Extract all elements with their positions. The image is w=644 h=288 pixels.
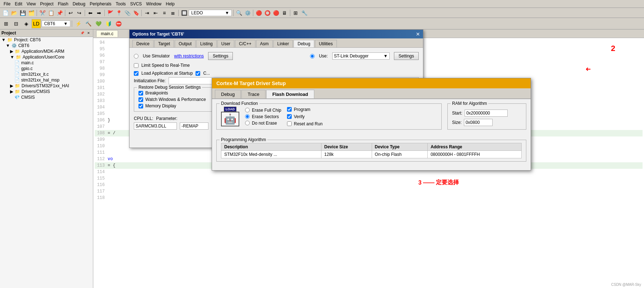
nav-fwd-btn[interactable]: ➡	[95, 9, 103, 17]
tab-linker[interactable]: Linker	[273, 40, 293, 47]
tb2-btn2[interactable]: ⊟	[11, 19, 21, 28]
erase-full-chip-radio[interactable]	[245, 108, 250, 112]
tb2-flash-btn[interactable]: 💚	[94, 19, 103, 28]
watch-check[interactable]	[138, 97, 143, 102]
tab-user[interactable]: User	[217, 40, 234, 47]
save-all-btn[interactable]: 🗂️	[27, 9, 35, 17]
erase-sectors-radio[interactable]	[245, 114, 250, 119]
simulator-settings-btn[interactable]: Settings	[208, 52, 233, 60]
grid-btn[interactable]: ⊞	[292, 9, 300, 17]
redo-btn[interactable]: ↪	[75, 9, 83, 17]
sidebar-pin-btn[interactable]: 📌	[79, 30, 85, 36]
format2-btn[interactable]: ≣	[169, 9, 177, 17]
tab-output[interactable]: Output	[175, 40, 196, 47]
nav-back-btn[interactable]: ⬅	[86, 9, 94, 17]
tree-project[interactable]: ▼ 📁 Project: CBT6	[0, 37, 93, 43]
circle-btn[interactable]: ⭕	[263, 9, 271, 17]
bookmark1-btn[interactable]: 🚩	[106, 9, 114, 17]
menu-file[interactable]: File	[1, 1, 13, 7]
do-not-erase-radio[interactable]	[245, 121, 250, 125]
menu-edit[interactable]: Edit	[13, 1, 24, 7]
reset-run-check[interactable]	[287, 121, 292, 126]
memory-check[interactable]	[138, 104, 143, 108]
tree-mdk-arm[interactable]: ▶ 📁 Application/MDK-ARM	[0, 48, 93, 54]
start-input[interactable]	[465, 110, 508, 117]
ledo-icon[interactable]: 🔲	[180, 9, 188, 17]
record-btn[interactable]: 🔴	[255, 9, 263, 17]
menu-flash[interactable]: Flash	[56, 1, 70, 7]
debugger-settings-btn[interactable]: Settings	[394, 52, 419, 60]
open-btn[interactable]: 📂	[10, 9, 18, 17]
tree-user-core[interactable]: ▼ 📁 Application/User/Core	[0, 54, 93, 60]
tb2-btn3[interactable]: ◈	[22, 19, 31, 28]
search-btn[interactable]: 🔍	[235, 9, 243, 17]
tree-cbt6[interactable]: ▼ ⚙️ CBT6	[0, 43, 93, 48]
tab-device[interactable]: Device	[132, 40, 154, 47]
ledo-dropdown[interactable]: LEDO ▼	[189, 10, 232, 16]
tab-target[interactable]: Target	[154, 40, 174, 47]
limit-speed-check[interactable]	[134, 63, 138, 68]
tb2-debug-btn[interactable]: ⚡	[74, 19, 83, 28]
cortex-tab-debug[interactable]: Debug	[215, 90, 241, 98]
use-debugger-radio[interactable]	[310, 54, 315, 59]
tab-cpp[interactable]: C/C++	[235, 40, 255, 47]
cortex-tab-trace[interactable]: Trace	[241, 90, 265, 98]
load-btn[interactable]: LD	[32, 19, 41, 28]
tb2-run-btn[interactable]: 🔰	[104, 19, 113, 28]
menu-svcs[interactable]: SVCS	[128, 1, 144, 7]
tb2-build-btn[interactable]: 🔨	[84, 19, 93, 28]
tb2-btn1[interactable]: ⊞	[1, 19, 11, 28]
program-check[interactable]	[287, 107, 292, 112]
debugger-dropdown[interactable]: ST-Link Debugger ▼	[332, 52, 390, 60]
tree-hal-msp[interactable]: 📄 stm32f1xx_hal_msp	[0, 77, 93, 83]
size-input[interactable]	[464, 119, 493, 126]
target-dropdown[interactable]: CBT6 ▼	[42, 20, 70, 27]
tree-drivers-cmsis[interactable]: ▶ 📁 Drivers/CMSIS	[0, 89, 93, 94]
menu-view[interactable]: View	[24, 1, 38, 7]
menu-help[interactable]: Help	[164, 1, 177, 7]
cpu-dll-input[interactable]	[134, 122, 177, 130]
tab-utilities[interactable]: Utilities	[315, 40, 337, 47]
code-tab-main[interactable]: main.c	[96, 30, 118, 37]
menu-project[interactable]: Project	[38, 1, 56, 7]
cut-btn[interactable]: ✂️	[38, 9, 46, 17]
breakpoints-check[interactable]	[138, 91, 143, 96]
undo-btn[interactable]: ↩	[67, 9, 75, 17]
tab-listing[interactable]: Listing	[196, 40, 217, 47]
tree-stm32-it[interactable]: 📄 stm32f1xx_it.c	[0, 71, 93, 77]
new-file-btn[interactable]: 📄	[1, 9, 9, 17]
with-restrictions-link[interactable]: with restrictions	[174, 54, 204, 59]
tree-cmsis[interactable]: 💎 CMSIS	[0, 94, 93, 100]
menu-tools[interactable]: Tools	[114, 1, 128, 7]
tree-drivers-stm32[interactable]: ▶ 📁 Drivers/STM32F1xx_HAI	[0, 83, 93, 89]
wrench-btn[interactable]: 🔧	[300, 9, 308, 17]
paste-btn[interactable]: 📌	[56, 9, 64, 17]
menu-debug[interactable]: Debug	[71, 1, 88, 7]
cortex-tab-flash[interactable]: Flash Download	[266, 90, 314, 98]
tab-debug[interactable]: Debug	[293, 40, 314, 47]
cpu-btn[interactable]: 🖥	[281, 9, 288, 17]
extra-check[interactable]	[196, 71, 200, 76]
options-dialog-close[interactable]: ✕	[416, 31, 420, 37]
verify-check[interactable]	[287, 114, 292, 119]
menu-window[interactable]: Window	[144, 1, 164, 7]
save-btn[interactable]: 💾	[19, 9, 27, 17]
cpu-dll-param-input[interactable]	[180, 122, 208, 130]
bookmark4-btn[interactable]: 🔖	[132, 9, 140, 17]
sidebar-close-btn[interactable]: ✕	[86, 30, 91, 36]
tab-asm[interactable]: Asm	[256, 40, 273, 47]
menu-peripherals[interactable]: Peripherals	[88, 1, 114, 7]
outdent-btn[interactable]: ⇤	[152, 9, 160, 17]
format-btn[interactable]: ≡	[160, 9, 168, 17]
tb2-stop-btn[interactable]: ⛔	[114, 19, 123, 28]
bookmark3-btn[interactable]: 📎	[123, 9, 131, 17]
tool-btn[interactable]: ⚙️	[244, 9, 252, 17]
tree-gpio-c[interactable]: 📄 gpio.c	[0, 66, 93, 71]
stop-btn[interactable]: 🔴	[272, 9, 280, 17]
tree-main-c[interactable]: 📄 main.c	[0, 60, 93, 66]
use-simulator-radio[interactable]	[134, 54, 138, 59]
table-row[interactable]: STM32F10x Med-density ... 128k On-chip F…	[221, 151, 522, 158]
cortex-dialog[interactable]: Cortex-M Target Driver Setup Debug Trace…	[212, 78, 531, 171]
indent-btn[interactable]: ⇥	[143, 9, 151, 17]
bookmark2-btn[interactable]: 📍	[115, 9, 123, 17]
